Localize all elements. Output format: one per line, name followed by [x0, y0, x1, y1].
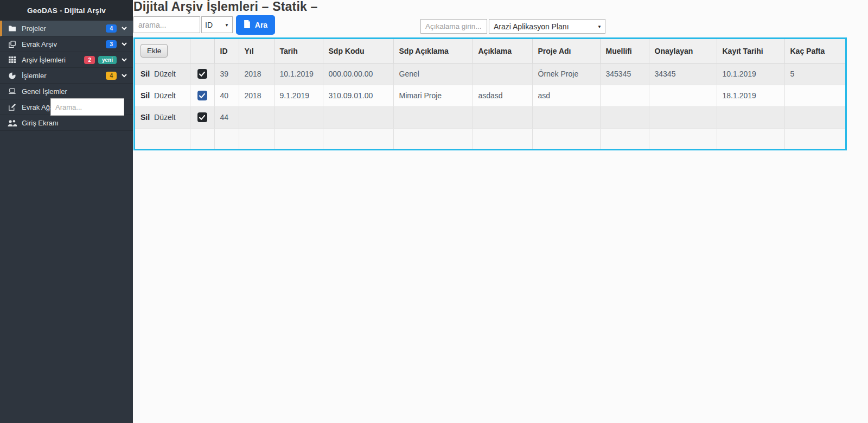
laptop-icon [7, 88, 17, 94]
table-header-row: Ekle ID Yıl Tarih Sdp Kodu Sdp Açıklama … [135, 39, 845, 63]
plan-type-value: Arazi Aplikasyon Planı [494, 22, 569, 31]
cell-aciklama [473, 106, 532, 128]
sidebar-item-label: Evrak Arşiv [22, 40, 57, 48]
sidebar: GeoDAS - Dijital Arşiv Projeler 4 Evrak … [0, 0, 133, 423]
records-table: Ekle ID Yıl Tarih Sdp Kodu Sdp Açıklama … [135, 39, 845, 149]
row-checkbox[interactable] [197, 69, 207, 79]
sidebar-item-giris-ekrani[interactable]: Giriş Ekranı [0, 115, 133, 131]
cell-yil: 2018 [239, 85, 274, 106]
cell-tarih: 9.1.2019 [274, 85, 323, 106]
chevron-down-icon [122, 27, 127, 30]
count-badge: 3 [106, 40, 117, 48]
sidebar-item-label: Arşiv İşlemleri [22, 56, 66, 64]
table-row: Sil Düzelt 40 2018 9.1.2019 310.09.01.00… [135, 85, 845, 106]
chevron-down-icon [122, 74, 127, 78]
cell-kac-pafta: 5 [784, 63, 845, 85]
search-button[interactable]: Ara [236, 15, 275, 35]
edit-link[interactable]: Düzelt [154, 113, 176, 122]
search-field-value: ID [205, 21, 213, 29]
cell-sdp-aciklama [393, 106, 473, 128]
cell-onaylayan [649, 85, 717, 106]
sidebar-item-genel-islemler[interactable]: Genel İşlemler [0, 84, 133, 99]
edit-icon [7, 104, 17, 111]
cell-tarih [274, 106, 323, 128]
table-row: Sil Düzelt 44 [135, 106, 845, 128]
cell-kac-pafta [784, 85, 845, 106]
column-proje-adi: Proje Adı [532, 39, 600, 63]
cell-kac-pafta [784, 106, 845, 128]
row-checkbox[interactable] [197, 112, 207, 122]
cell-muellifi [600, 106, 649, 128]
delete-link[interactable]: Sil [141, 113, 150, 122]
cell-kayit-tarihi: 18.1.2019 [717, 85, 784, 106]
main-content: Dijital Arşiv İşlemleri – Statik – ID ▼ … [133, 0, 868, 423]
cell-onaylayan: 34345 [649, 63, 717, 85]
cell-aciklama [473, 63, 532, 85]
grid-icon [7, 56, 17, 63]
column-yil: Yıl [239, 39, 274, 63]
cell-tarih: 10.1.2019 [274, 63, 323, 85]
cell-sdp-kodu: 000.00.00.00 [323, 63, 393, 85]
column-tarih: Tarih [274, 39, 323, 63]
cell-sdp-kodu [323, 106, 393, 128]
count-badge: 4 [106, 24, 117, 33]
count-badge: 2 [84, 56, 95, 64]
column-aciklama: Açıklama [473, 39, 532, 63]
cell-onaylayan [649, 106, 717, 128]
copy-icon [7, 41, 17, 48]
sidebar-item-arsiv-islemleri[interactable]: Arşiv İşlemleri 2 yeni [0, 52, 133, 68]
cell-aciklama: asdasd [473, 85, 532, 106]
delete-link[interactable]: Sil [141, 70, 150, 78]
users-icon [7, 119, 17, 127]
column-checkbox [190, 39, 214, 63]
search-field-select[interactable]: ID ▼ [201, 16, 233, 33]
plan-type-select[interactable]: Arazi Aplikasyon Planı ▼ [489, 19, 605, 34]
pie-chart-icon [7, 72, 17, 79]
toolbar: ID ▼ Ara Arazi Aplikasyon Planı ▼ [133, 16, 868, 36]
count-badge: 4 [106, 72, 117, 80]
cell-yil: 2018 [239, 63, 274, 85]
cell-proje-adi: asd [532, 85, 600, 106]
sidebar-item-evrak-arsiv[interactable]: Evrak Arşiv 3 [0, 36, 133, 52]
cell-proje-adi [532, 106, 600, 128]
caret-down-icon: ▼ [225, 22, 229, 27]
column-onaylayan: Onaylayan [649, 39, 717, 63]
search-input[interactable] [133, 16, 200, 33]
column-sdp-kodu: Sdp Kodu [323, 39, 393, 63]
sidebar-item-label: İşlemler [22, 72, 47, 80]
description-input[interactable] [420, 19, 487, 34]
cell-sdp-aciklama: Genel [393, 63, 473, 85]
column-kayit-tarihi: Kayıt Tarihi [717, 39, 784, 63]
sidebar-item-evrak-agaci[interactable]: Evrak Ağacı [0, 99, 133, 115]
edit-link[interactable]: Düzelt [154, 70, 176, 78]
column-id: ID [214, 39, 239, 63]
app-title: GeoDAS - Dijital Arşiv [0, 0, 133, 21]
cell-id: 39 [214, 63, 239, 85]
cell-proje-adi: Örnek Proje [532, 63, 600, 85]
edit-link[interactable]: Düzelt [154, 91, 176, 100]
cell-muellifi: 345345 [600, 63, 649, 85]
folder-icon [7, 25, 17, 31]
sidebar-item-projeler[interactable]: Projeler 4 [0, 21, 133, 36]
caret-down-icon: ▼ [597, 24, 602, 29]
sidebar-item-label: Giriş Ekranı [22, 119, 59, 127]
add-button[interactable]: Ekle [141, 44, 168, 58]
sidebar-item-label: Genel İşlemler [22, 87, 67, 96]
cell-id: 44 [214, 106, 239, 128]
chevron-down-icon [122, 58, 127, 62]
new-badge: yeni [98, 56, 117, 64]
cell-muellifi [600, 85, 649, 106]
tree-search-input[interactable] [50, 98, 124, 116]
search-button-label: Ara [255, 21, 267, 29]
cell-kayit-tarihi: 10.1.2019 [717, 63, 784, 85]
sidebar-item-islemler[interactable]: İşlemler 4 [0, 68, 133, 84]
chevron-down-icon [122, 42, 127, 46]
cell-sdp-kodu: 310.09.01.00 [323, 85, 393, 106]
table-row: Sil Düzelt 39 2018 10.1.2019 000.00.00.0… [135, 63, 845, 85]
column-muellifi: Muellifi [600, 39, 649, 63]
row-checkbox[interactable] [197, 91, 207, 100]
delete-link[interactable]: Sil [141, 91, 150, 100]
table-empty-row [135, 128, 845, 149]
toolbar-filter-group: Arazi Aplikasyon Planı ▼ [420, 19, 605, 34]
toolbar-search-group: ID ▼ Ara [133, 16, 275, 35]
